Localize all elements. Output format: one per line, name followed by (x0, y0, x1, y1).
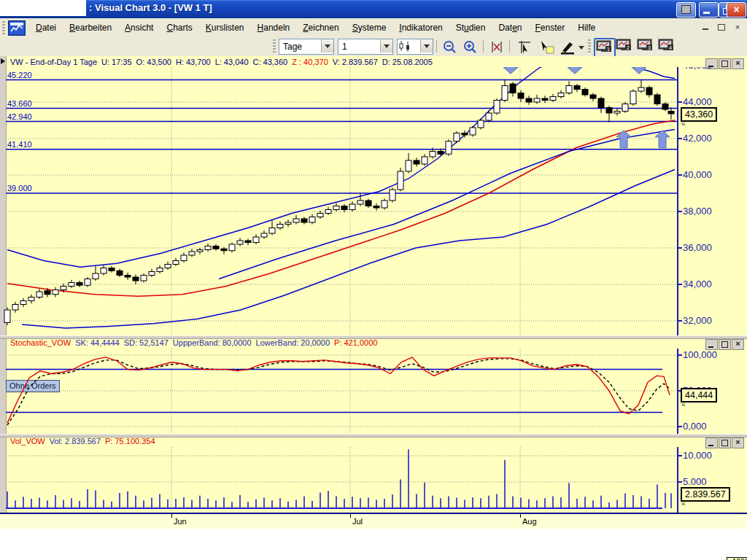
stoch-value-box: 44,444« (681, 388, 717, 402)
level-label: 41.410 (7, 140, 32, 149)
up-signal-arrow-icon (655, 131, 670, 148)
window-extra-button[interactable] (676, 2, 696, 18)
level-label: 39.000 (7, 184, 32, 192)
stoch-sk-line (7, 357, 670, 423)
month-label: Aug (522, 517, 537, 526)
crosshair-pointer-button[interactable] (515, 39, 534, 55)
minimize-button[interactable] (699, 2, 719, 18)
svg-text:4: 4 (669, 45, 672, 50)
axis-tick-label: 0,000 (683, 421, 707, 432)
chevron-down-icon[interactable] (420, 39, 433, 52)
zoom-in-button[interactable] (461, 39, 480, 55)
axis-tick-label: 46,000 (683, 67, 712, 71)
draw-brush-button[interactable] (559, 39, 585, 55)
stoch-sd-line (7, 359, 670, 425)
svg-text:3: 3 (648, 45, 651, 50)
menu-item-kurslisten[interactable]: Kurslisten (199, 20, 251, 35)
axis-tick-label: 32,000 (683, 315, 712, 326)
mdi-window-controls: × (700, 22, 743, 32)
interval-combobox[interactable]: 1 (338, 39, 393, 55)
vol-chart-plot[interactable] (0, 447, 747, 513)
axis-tick-label: 44,000 (683, 96, 712, 107)
title-redaction-box (0, 0, 86, 16)
down-signal-arrow-icon (503, 67, 518, 74)
menu-item-bearbeiten[interactable]: Bearbeiten (63, 20, 118, 35)
menu-item-charts[interactable]: Charts (160, 20, 198, 35)
price-panel-header-text: VW - End-of-Day 1 TageU: 17:35O: 43,500H… (10, 58, 437, 66)
svg-text:1: 1 (607, 47, 610, 52)
axis-tick-label: 36,000 (683, 242, 712, 253)
candlestick-icon (398, 39, 414, 52)
chart-window: VW - End-of-Day 1 TageU: 17:35O: 43,500H… (0, 56, 747, 527)
month-label: Jun (174, 517, 187, 526)
axis-tick-label: 100,000 (683, 349, 717, 360)
workspace-button-3[interactable]: 3 (636, 38, 655, 55)
time-axis[interactable]: JunJulAug (0, 513, 747, 529)
down-signal-arrow-icon (568, 67, 582, 74)
menu-item-ansicht[interactable]: Ansicht (118, 20, 160, 35)
volume-unit-label: x1000 (727, 557, 747, 560)
menu-item-datei[interactable]: Datei (29, 20, 63, 35)
pointer-note-button[interactable] (537, 39, 556, 55)
chevron-down-icon[interactable] (321, 39, 333, 52)
menu-item-systeme[interactable]: Systeme (346, 20, 393, 35)
period-combobox[interactable]: Tage (279, 39, 334, 55)
stoch-axis[interactable]: 100,00050,0000,00044,444« (677, 349, 747, 434)
vol-axis[interactable]: 10.0005.0002.839.567« (677, 447, 747, 513)
vol-panel-header-text: Vol_VOWVol: 2.839.567P: 75.100.354 (10, 437, 160, 446)
last-price-box: 43,360« (681, 107, 717, 122)
close-icon: × (727, 3, 746, 17)
toolbar-grip[interactable] (273, 39, 276, 53)
menu-item-fenster[interactable]: Fenster (529, 20, 572, 35)
zoom-out-button[interactable] (441, 39, 460, 55)
stoch-panel-header-text: Stochastic_VOWSK: 44,4444SD: 52,5147Uppp… (10, 338, 382, 347)
workspace-button-1[interactable]: 1 (594, 38, 616, 58)
price-marker-icon: « (681, 499, 686, 508)
desktop: { "window": { "title": ": Visual Chart 3… (0, 0, 747, 560)
price-chart-plot[interactable] (0, 67, 747, 335)
chevron-down-icon[interactable] (380, 39, 392, 52)
minimize-icon (703, 12, 710, 14)
menu-grip[interactable] (2, 21, 5, 34)
menu-items: DateiBearbeitenAnsichtChartsKurslistenHa… (29, 18, 602, 36)
toolbar: Tage 1 (0, 36, 747, 57)
axis-tick-label: 34,000 (683, 279, 712, 289)
price-marker-icon: « (681, 400, 686, 408)
axis-tick-label: 38,000 (683, 206, 712, 217)
menu-bar: DateiBearbeitenAnsichtChartsKurslistenHa… (0, 18, 747, 37)
stoch-chart-plot[interactable] (0, 349, 747, 434)
menu-item-handeln[interactable]: Handeln (251, 20, 297, 35)
level-label: 42.940 (7, 112, 32, 121)
axis-tick-label: 42,000 (683, 133, 712, 144)
price-axis[interactable]: 46,00044,00042,00040,00038,00036,00034,0… (677, 67, 747, 335)
square-icon (681, 5, 691, 14)
menu-item-hilfe[interactable]: Hilfe (571, 20, 602, 35)
axis-tick-label: 5.000 (683, 476, 707, 487)
menu-item-zeichnen[interactable]: Zeichnen (296, 20, 345, 35)
menu-item-daten[interactable]: Daten (492, 20, 528, 35)
volume-value-box: 2.839.567« (681, 487, 730, 502)
mdi-close-button[interactable]: × (732, 22, 743, 32)
svg-text:2: 2 (627, 45, 630, 50)
chart-type-combobox[interactable] (397, 39, 433, 55)
period-value: Tage (283, 42, 302, 52)
menu-item-studien[interactable]: Studien (449, 20, 492, 35)
mdi-restore-button[interactable] (716, 22, 727, 32)
close-button[interactable]: × (727, 2, 746, 18)
workspace-button-4[interactable]: 4 (657, 38, 676, 55)
app-icon[interactable] (8, 20, 26, 36)
mdi-minimize-button[interactable] (700, 22, 711, 32)
level-label: 43.660 (7, 99, 32, 108)
axis-tick-label: 40,000 (683, 169, 712, 180)
blue-upper-band (7, 67, 675, 267)
interval-value: 1 (342, 42, 347, 52)
menu-item-indikatoren[interactable]: Indikatoren (392, 20, 449, 35)
compress-bars-button[interactable] (487, 39, 506, 55)
workspace-button-2[interactable]: 2 (615, 38, 634, 55)
level-label: 45.220 (7, 71, 32, 79)
month-label: Jul (352, 517, 363, 526)
window-title: : Visual Chart 3.0 - [VW 1 T] (89, 2, 212, 13)
title-bar[interactable]: : Visual Chart 3.0 - [VW 1 T] × (0, 0, 747, 18)
toolbar-grip-2[interactable] (588, 39, 591, 53)
price-marker-icon: « (681, 120, 686, 128)
